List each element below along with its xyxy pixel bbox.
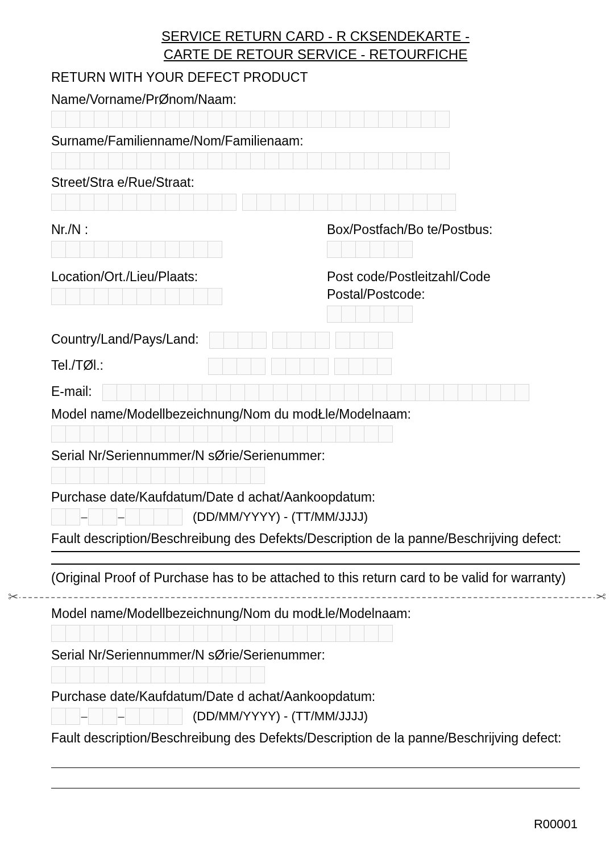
purchase-date-input[interactable]: – – (DD/MM/YYYY) - (TT/MM/JJJJ)	[51, 508, 580, 525]
fault-label: Fault description/Beschreibung des Defek…	[51, 530, 580, 548]
purchase-label-2: Purchase date/Kaufdatum/Date d achat/Aan…	[51, 688, 580, 706]
location-label: Location/Ort./Lieu/Plaats:	[51, 268, 304, 286]
date-hint-2: (DD/MM/YYYY) - (TT/MM/JJJJ)	[193, 709, 368, 724]
fault-label-2: Fault description/Beschreibung des Defek…	[51, 729, 580, 747]
date-hint: (DD/MM/YYYY) - (TT/MM/JJJJ)	[193, 510, 368, 524]
box-label: Box/Postfach/Bo te/Postbus:	[327, 221, 580, 239]
nr-label: Nr./N :	[51, 221, 304, 239]
email-label: E-mail:	[51, 384, 92, 399]
model-label-2: Model name/Modellbezeichnung/Nom du modŁ…	[51, 605, 580, 623]
scissors-icon: ✂	[7, 590, 19, 604]
serial-label: Serial Nr/Seriennummer/N sØrie/Serienumm…	[51, 447, 580, 465]
postcode-label: Post code/Postleitzahl/Code Postal/Postc…	[327, 268, 580, 303]
street-label: Street/Stra e/Rue/Straat:	[51, 174, 580, 191]
cut-line: ✂ ✂	[51, 590, 580, 604]
serial-input-2[interactable]	[51, 666, 580, 683]
purchase-label: Purchase date/Kaufdatum/Date d achat/Aan…	[51, 489, 580, 506]
country-label: Country/Land/Pays/Land:	[51, 332, 199, 347]
title-line2: CARTE DE RETOUR SERVICE - RETOURFICHE	[164, 45, 467, 64]
footer-code: R00001	[51, 817, 580, 832]
surname-input[interactable]	[51, 152, 580, 169]
name-input[interactable]	[51, 111, 580, 128]
proof-note: (Original Proof of Purchase has to be at…	[51, 569, 580, 587]
serial-label-2: Serial Nr/Seriennummer/N sØrie/Serienumm…	[51, 646, 580, 664]
country-input[interactable]	[209, 332, 393, 349]
box-input[interactable]	[327, 241, 580, 258]
model-input-2[interactable]	[51, 625, 580, 642]
purchase-date-input-2[interactable]: – – (DD/MM/YYYY) - (TT/MM/JJJJ)	[51, 708, 580, 725]
street-input[interactable]	[51, 194, 580, 211]
name-label: Name/Vorname/PrØnom/Naam:	[51, 91, 580, 108]
serial-input[interactable]	[51, 467, 580, 484]
scissors-icon: ✂	[595, 590, 607, 604]
return-instruction: RETURN WITH YOUR DEFECT PRODUCT	[51, 69, 580, 86]
fault-line-1[interactable]	[51, 753, 580, 768]
model-input[interactable]	[51, 425, 580, 443]
title-line1: SERVICE RETURN CARD - R CKSENDEKARTE -	[161, 27, 470, 45]
model-label: Model name/Modellbezeichnung/Nom du modŁ…	[51, 406, 580, 423]
location-input[interactable]	[51, 288, 304, 305]
email-input[interactable]	[102, 384, 529, 401]
nr-input[interactable]	[51, 241, 304, 258]
tel-input[interactable]	[208, 358, 392, 375]
fault-line-2[interactable]	[51, 774, 580, 788]
surname-label: Surname/Familienname/Nom/Familienaam:	[51, 132, 580, 150]
postcode-input[interactable]	[327, 306, 580, 323]
tel-label: Tel./TØl.:	[51, 358, 198, 373]
